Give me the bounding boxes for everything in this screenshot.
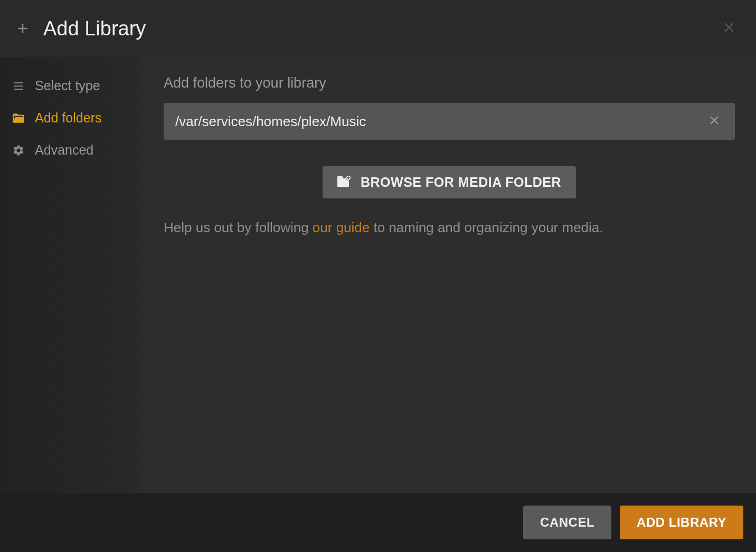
folder-add-icon: [337, 175, 352, 189]
help-text-suffix: to naming and organizing your media.: [370, 220, 603, 235]
help-text: Help us out by following our guide to na…: [164, 217, 735, 238]
close-icon: [721, 20, 737, 37]
modal-title: Add Library: [43, 17, 146, 40]
folder-row: /var/services/homes/plex/Music: [164, 103, 735, 140]
help-guide-link[interactable]: our guide: [313, 220, 370, 235]
remove-folder-button[interactable]: [705, 111, 723, 131]
main-heading: Add folders to your library: [164, 75, 735, 91]
close-icon: [707, 113, 721, 129]
sidebar: Select type Add folders Advanced: [0, 57, 145, 493]
main-panel: Add folders to your library /var/service…: [145, 57, 756, 493]
browse-button-label: BROWSE FOR MEDIA FOLDER: [361, 175, 561, 190]
plus-icon: [15, 21, 31, 36]
sidebar-item-select-type[interactable]: Select type: [0, 70, 145, 102]
add-library-button[interactable]: ADD LIBRARY: [620, 506, 743, 539]
sidebar-item-label: Select type: [35, 78, 100, 93]
help-text-prefix: Help us out by following: [164, 220, 313, 235]
sidebar-item-advanced[interactable]: Advanced: [0, 134, 145, 166]
folder-open-icon: [12, 111, 25, 125]
svg-rect-5: [347, 177, 349, 178]
sidebar-item-add-folders[interactable]: Add folders: [0, 102, 145, 134]
browse-media-folder-button[interactable]: BROWSE FOR MEDIA FOLDER: [323, 166, 576, 198]
cancel-button[interactable]: CANCEL: [523, 506, 611, 539]
close-button[interactable]: [717, 15, 741, 42]
gear-icon: [12, 144, 25, 157]
sidebar-item-label: Advanced: [35, 142, 93, 158]
svg-rect-1: [337, 176, 343, 179]
sidebar-item-label: Add folders: [35, 110, 101, 126]
add-library-modal: Add Library Select type Add folders: [0, 0, 756, 552]
modal-footer: CANCEL ADD LIBRARY: [0, 493, 756, 552]
modal-body: Select type Add folders Advanced Add fol…: [0, 57, 756, 493]
browse-wrap: BROWSE FOR MEDIA FOLDER: [164, 166, 735, 198]
folder-path: /var/services/homes/plex/Music: [175, 113, 705, 130]
list-icon: [12, 80, 25, 92]
modal-header: Add Library: [0, 0, 756, 57]
